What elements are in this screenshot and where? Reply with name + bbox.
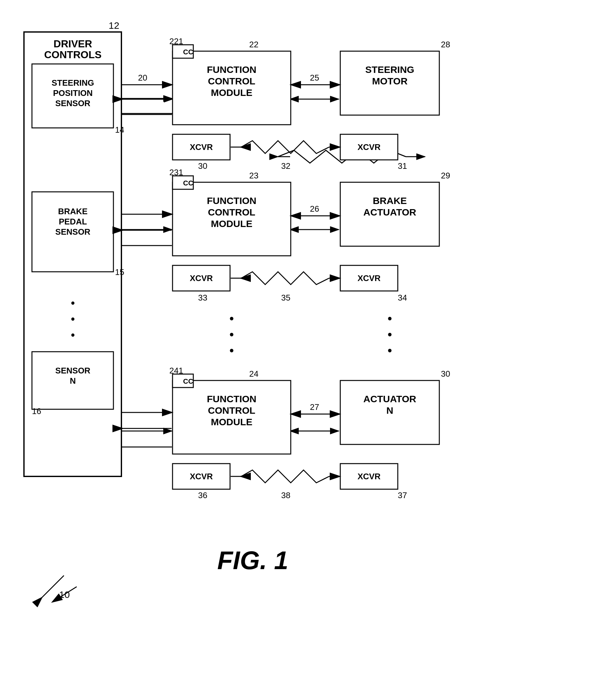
svg-text:MOTOR: MOTOR bbox=[372, 76, 407, 86]
svg-text:231: 231 bbox=[169, 167, 183, 177]
svg-text:14: 14 bbox=[115, 125, 124, 135]
svg-text:33: 33 bbox=[198, 293, 207, 303]
svg-text:32: 32 bbox=[281, 161, 290, 171]
svg-text:16: 16 bbox=[32, 407, 41, 416]
svg-text:XCVR: XCVR bbox=[357, 472, 380, 481]
svg-text:28: 28 bbox=[441, 40, 450, 49]
svg-text:DRIVER: DRIVER bbox=[54, 38, 92, 49]
svg-text:26: 26 bbox=[310, 204, 319, 214]
svg-text:•: • bbox=[229, 343, 234, 357]
svg-text:MODULE: MODULE bbox=[211, 417, 253, 427]
svg-text:SENSOR: SENSOR bbox=[55, 227, 91, 237]
main-svg: 12 DRIVER CONTROLS STEERING POSITION SEN… bbox=[0, 0, 616, 674]
svg-text:27: 27 bbox=[310, 402, 319, 412]
svg-text:BRAKE: BRAKE bbox=[58, 207, 88, 216]
svg-text:ACTUATOR: ACTUATOR bbox=[363, 394, 416, 404]
svg-text:XCVR: XCVR bbox=[357, 273, 380, 283]
svg-text:CONTROLS: CONTROLS bbox=[44, 49, 102, 61]
svg-text:31: 31 bbox=[398, 161, 407, 171]
svg-text:241: 241 bbox=[169, 366, 183, 375]
svg-text:•: • bbox=[229, 311, 234, 326]
svg-text:ACTUATOR: ACTUATOR bbox=[363, 207, 416, 217]
svg-text:XCVR: XCVR bbox=[357, 142, 380, 152]
svg-text:N: N bbox=[70, 376, 76, 385]
svg-text:XCVR: XCVR bbox=[190, 273, 213, 283]
svg-text:MODULE: MODULE bbox=[211, 218, 253, 229]
svg-text:•: • bbox=[71, 312, 75, 326]
svg-text:221: 221 bbox=[169, 36, 183, 46]
svg-text:•: • bbox=[71, 297, 75, 310]
svg-text:CC: CC bbox=[183, 48, 193, 56]
svg-text:CC: CC bbox=[183, 377, 193, 385]
svg-text:•: • bbox=[71, 328, 75, 341]
svg-text:N: N bbox=[386, 405, 393, 416]
svg-text:30: 30 bbox=[198, 161, 207, 171]
svg-text:35: 35 bbox=[281, 293, 290, 303]
svg-text:XCVR: XCVR bbox=[190, 472, 213, 481]
svg-text:23: 23 bbox=[249, 171, 259, 180]
svg-text:30: 30 bbox=[441, 369, 450, 378]
svg-text:CONTROL: CONTROL bbox=[208, 76, 255, 86]
svg-text:FUNCTION: FUNCTION bbox=[207, 394, 257, 404]
diagram: 12 DRIVER CONTROLS STEERING POSITION SEN… bbox=[0, 0, 616, 674]
svg-text:SENSOR: SENSOR bbox=[55, 366, 91, 375]
svg-text:•: • bbox=[229, 327, 234, 341]
svg-text:POSITION: POSITION bbox=[53, 88, 93, 98]
svg-text:FUNCTION: FUNCTION bbox=[207, 195, 257, 206]
svg-text:37: 37 bbox=[398, 490, 407, 500]
svg-text:SENSOR: SENSOR bbox=[55, 99, 91, 108]
svg-text:STEERING: STEERING bbox=[52, 78, 94, 88]
svg-text:22: 22 bbox=[249, 40, 259, 49]
svg-text:PEDAL: PEDAL bbox=[59, 217, 87, 226]
svg-text:CC: CC bbox=[183, 179, 193, 187]
svg-text:STEERING: STEERING bbox=[365, 64, 414, 75]
svg-text:•: • bbox=[388, 327, 392, 341]
svg-text:CONTROL: CONTROL bbox=[208, 207, 255, 217]
svg-text:20: 20 bbox=[138, 73, 147, 83]
svg-text:25: 25 bbox=[310, 73, 319, 83]
svg-text:CONTROL: CONTROL bbox=[208, 405, 255, 416]
svg-text:FUNCTION: FUNCTION bbox=[207, 64, 257, 75]
svg-text:38: 38 bbox=[281, 490, 290, 500]
svg-text:BRAKE: BRAKE bbox=[373, 195, 407, 206]
svg-text:15: 15 bbox=[115, 267, 124, 277]
svg-text:12: 12 bbox=[109, 20, 119, 31]
svg-text:•: • bbox=[388, 343, 392, 357]
svg-text:FIG. 1: FIG. 1 bbox=[217, 546, 288, 575]
svg-text:MODULE: MODULE bbox=[211, 87, 253, 98]
svg-text:•: • bbox=[388, 311, 392, 326]
svg-text:24: 24 bbox=[249, 369, 259, 378]
svg-text:34: 34 bbox=[398, 293, 407, 303]
svg-text:29: 29 bbox=[441, 171, 450, 180]
svg-text:36: 36 bbox=[198, 490, 207, 500]
svg-text:XCVR: XCVR bbox=[190, 142, 213, 152]
